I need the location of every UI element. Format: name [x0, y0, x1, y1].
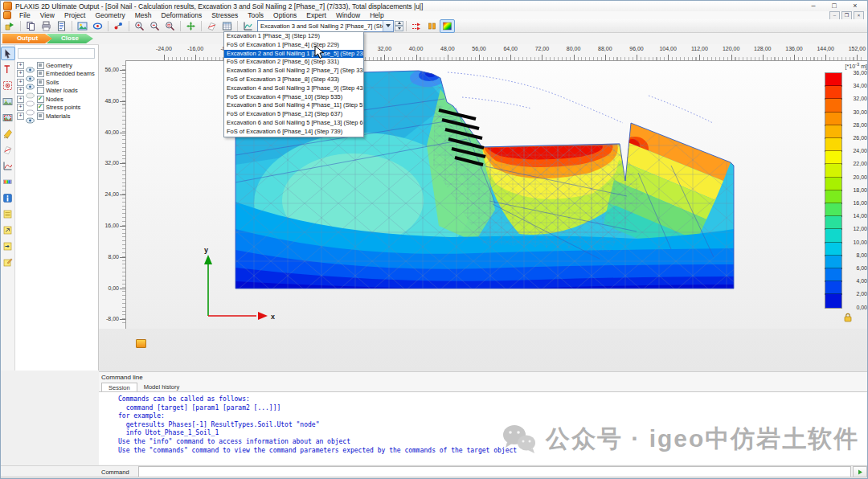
tree-item-nodes[interactable]: +Nodes — [17, 95, 97, 104]
shadings-icon[interactable] — [440, 19, 455, 33]
zoom-in-icon[interactable] — [132, 19, 147, 33]
structures-view-icon[interactable] — [90, 19, 105, 33]
phase-option[interactable]: Excavation 5 and Soil Nailing 4 [Phase_1… — [224, 101, 363, 110]
copy-icon[interactable] — [23, 19, 39, 33]
step-spinner[interactable] — [395, 21, 403, 31]
phase-option[interactable]: FoS of Excavation 5 [Phase_12] (Step 637… — [224, 110, 363, 119]
edit-annotation-icon[interactable] — [1, 256, 15, 269]
cross-section-tool-icon[interactable] — [1, 143, 15, 157]
phase-option[interactable]: FoS of Excavation 2 [Phase_6] (Step 331) — [224, 58, 363, 67]
phase-option[interactable]: FoS of Excavation 4 [Phase_10] (Step 535… — [224, 93, 363, 102]
tab-close[interactable]: Close — [47, 34, 93, 43]
eye-icon[interactable] — [26, 62, 35, 68]
step-arrows-icon[interactable] — [409, 19, 424, 33]
phase-option[interactable]: Excavation 6 and Soil Nailing 5 [Phase_1… — [224, 119, 363, 128]
eye-off-icon[interactable] — [26, 88, 35, 94]
menu-view[interactable]: View — [35, 11, 59, 19]
phase-option[interactable]: Excavation 4 and Soil Nailing 3 [Phase_9… — [224, 84, 363, 93]
tree-item-label: Materials — [46, 113, 70, 120]
command-input[interactable] — [138, 466, 851, 477]
visibility-checkbox[interactable] — [37, 104, 44, 111]
tree-item-materials[interactable]: +Materials — [17, 112, 97, 121]
phase-option[interactable]: FoS of Excavation 3 [Phase_8] (Step 433) — [224, 76, 363, 84]
expand-icon[interactable]: + — [17, 96, 24, 103]
zoom-out-icon[interactable] — [147, 19, 162, 33]
distance-measurement-icon[interactable] — [1, 63, 15, 76]
zoom-rect-icon[interactable] — [162, 19, 178, 33]
print-icon[interactable] — [39, 19, 54, 33]
notes-annotation-icon[interactable] — [1, 240, 15, 253]
visibility-checkbox[interactable] — [37, 113, 44, 120]
cross-section-icon[interactable] — [204, 19, 219, 33]
menu-expert[interactable]: Expert — [301, 11, 331, 19]
eye-icon[interactable] — [26, 113, 35, 119]
select-region-icon[interactable] — [1, 111, 15, 125]
phase-option[interactable]: FoS of Excavation 1 [Phase_4] (Step 229) — [224, 41, 363, 50]
visibility-checkbox[interactable] — [37, 79, 44, 86]
menu-deformations[interactable]: Deformations — [157, 11, 207, 19]
menu-stresses[interactable]: Stresses — [207, 11, 243, 19]
export-icon[interactable] — [2, 19, 18, 33]
tree-item-geometry[interactable]: +Geometry — [17, 61, 97, 70]
table-icon[interactable] — [219, 19, 235, 33]
gauss-points-icon[interactable] — [424, 19, 440, 33]
pan-view-icon[interactable] — [1, 95, 15, 108]
deformed-view-icon[interactable] — [111, 19, 126, 33]
annotation-icon[interactable] — [136, 339, 146, 348]
tree-item-stress-points[interactable]: +Stress points — [17, 104, 97, 113]
visibility-checkbox[interactable] — [37, 96, 44, 103]
explorer-filter-box[interactable] — [18, 48, 95, 59]
curves-manager-icon[interactable] — [240, 19, 256, 33]
phase-option[interactable]: Excavation 2 and Soil Nailing 1 [Phase_5… — [224, 50, 363, 59]
menu-project[interactable]: Project — [59, 11, 90, 19]
menu-options[interactable]: Options — [268, 11, 301, 19]
maximize-button[interactable]: □ — [824, 1, 845, 11]
phase-option[interactable]: Excavation 1 [Phase_3] (Step 129) — [224, 32, 363, 41]
reset-view-icon[interactable] — [183, 19, 199, 33]
curves-tool-icon[interactable] — [1, 159, 15, 173]
menu-bar: FileViewProjectGeometryMeshDeformationsS… — [1, 11, 867, 19]
visibility-checkbox[interactable] — [37, 70, 44, 77]
menu-mesh[interactable]: Mesh — [130, 11, 157, 19]
document-icon — [3, 11, 11, 19]
phase-selector[interactable]: Excavation 3 and Soil Nailing 2 [Phase_7… — [257, 20, 394, 32]
menu-tools[interactable]: Tools — [243, 11, 268, 19]
expand-icon[interactable]: + — [17, 70, 24, 77]
menu-window[interactable]: Window — [331, 11, 365, 19]
menu-file[interactable]: File — [14, 11, 35, 19]
visibility-checkbox[interactable] — [37, 62, 44, 69]
select-tool-icon[interactable] — [1, 47, 15, 60]
table-annotation-icon[interactable] — [1, 207, 15, 221]
chevron-down-icon[interactable] — [383, 21, 393, 31]
scale-icon[interactable] — [1, 175, 15, 189]
visibility-checkbox[interactable] — [37, 87, 44, 94]
expand-icon[interactable]: + — [17, 62, 24, 69]
legend-lock-icon[interactable] — [843, 313, 853, 322]
expand-icon[interactable]: + — [17, 113, 24, 120]
zoom-target-icon[interactable] — [1, 79, 15, 92]
report-icon[interactable] — [54, 19, 69, 33]
expand-icon[interactable]: + — [17, 79, 24, 86]
legend-tick-label: 14,00 — [843, 213, 867, 219]
menu-geometry[interactable]: Geometry — [90, 11, 129, 19]
object-info-icon[interactable] — [1, 191, 15, 205]
eye-icon[interactable] — [26, 79, 35, 85]
oval-icon[interactable] — [26, 96, 35, 102]
clean-view-icon[interactable] — [1, 127, 15, 141]
expand-icon[interactable]: + — [17, 87, 24, 94]
tree-item-water-loads[interactable]: +Water loads — [17, 87, 97, 96]
oval-icon[interactable] — [26, 104, 35, 111]
eye-icon[interactable] — [26, 71, 35, 77]
snapshot-icon[interactable] — [75, 19, 90, 33]
minimize-button[interactable]: – — [803, 1, 824, 11]
phase-option[interactable]: FoS of Excavation 6 [Phase_14] (Step 739… — [224, 128, 363, 137]
expand-icon[interactable]: + — [17, 104, 24, 111]
menu-help[interactable]: Help — [365, 11, 388, 19]
close-button[interactable]: × — [845, 1, 866, 11]
run-command-button[interactable] — [853, 466, 867, 477]
forward-annotation-icon[interactable] — [1, 223, 15, 237]
tree-item-soils[interactable]: +Soils — [17, 78, 97, 87]
phase-option[interactable]: Excavation 3 and Soil Nailing 2 [Phase_7… — [224, 67, 363, 76]
tree-item-embedded-beams[interactable]: +Embedded beams — [17, 70, 97, 79]
tab-output[interactable]: Output — [2, 34, 52, 43]
